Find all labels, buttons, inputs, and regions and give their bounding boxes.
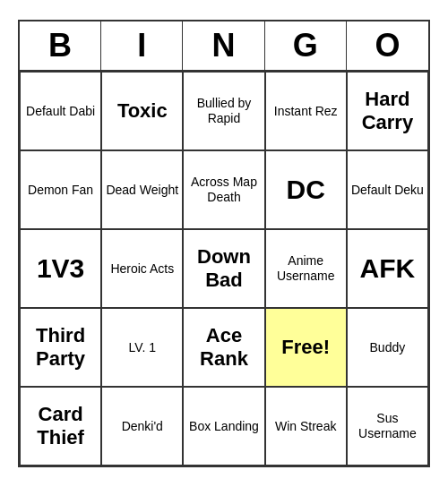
bingo-cell-20: Card Thief bbox=[20, 387, 101, 466]
bingo-cell-9: Default Deku bbox=[347, 150, 428, 229]
bingo-cell-22: Box Landing bbox=[183, 387, 264, 466]
bingo-cell-7: Across Map Death bbox=[183, 150, 264, 229]
bingo-cell-19: Buddy bbox=[347, 308, 428, 387]
bingo-cell-12: Down Bad bbox=[183, 229, 264, 308]
bingo-cell-17: Ace Rank bbox=[183, 308, 264, 387]
header-letter-b: B bbox=[20, 21, 101, 70]
bingo-cell-2: Bullied by Rapid bbox=[183, 72, 264, 150]
bingo-cell-15: Third Party bbox=[20, 308, 101, 387]
bingo-cell-5: Demon Fan bbox=[20, 150, 101, 229]
bingo-cell-14: AFK bbox=[347, 229, 428, 308]
bingo-cell-3: Instant Rez bbox=[265, 72, 347, 150]
bingo-cell-4: Hard Carry bbox=[347, 72, 428, 150]
bingo-cell-24: Sus Username bbox=[347, 387, 428, 466]
header-letter-g: G bbox=[265, 21, 347, 70]
bingo-cell-16: LV. 1 bbox=[101, 308, 183, 387]
bingo-cell-13: Anime Username bbox=[265, 229, 347, 308]
bingo-grid: Default DabiToxicBullied by RapidInstant… bbox=[20, 72, 428, 466]
bingo-cell-0: Default Dabi bbox=[20, 72, 101, 150]
bingo-cell-6: Dead Weight bbox=[101, 150, 183, 229]
header-letter-i: I bbox=[101, 21, 183, 70]
bingo-cell-23: Win Streak bbox=[265, 387, 347, 466]
bingo-card: BINGO Default DabiToxicBullied by RapidI… bbox=[18, 20, 430, 467]
bingo-cell-11: Heroic Acts bbox=[101, 229, 183, 308]
bingo-cell-1: Toxic bbox=[101, 72, 183, 150]
bingo-header: BINGO bbox=[20, 21, 428, 72]
bingo-cell-10: 1V3 bbox=[20, 229, 101, 308]
bingo-cell-18: Free! bbox=[265, 308, 347, 387]
bingo-cell-21: Denki'd bbox=[101, 387, 183, 466]
header-letter-n: N bbox=[183, 21, 264, 70]
bingo-cell-8: DC bbox=[265, 150, 347, 229]
header-letter-o: O bbox=[347, 21, 428, 70]
